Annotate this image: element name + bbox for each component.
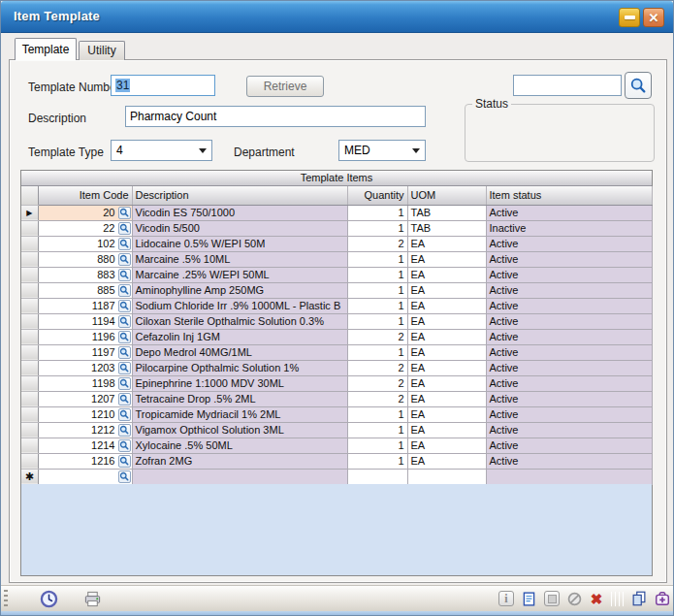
col-header-description[interactable]: Description [132,186,347,205]
lookup-icon[interactable] [118,393,131,405]
quantity-cell[interactable]: 1 [347,282,407,298]
item-code-cell[interactable]: 883 [38,267,132,282]
description-cell[interactable]: Marcaine .5% 10ML [132,251,347,267]
row-selector[interactable] [21,282,38,298]
description-cell[interactable]: Tetracaine Drop .5% 2ML [132,391,347,406]
row-selector[interactable] [21,375,38,391]
item-code-cell[interactable]: 22 [38,220,132,236]
description-cell[interactable]: Vicodin ES 750/1000 [132,205,347,220]
item-code-cell[interactable]: 1196 [38,329,132,344]
description-cell[interactable]: Pilocarpine Opthalmic Solution 1% [132,360,347,375]
quantity-cell[interactable]: 1 [347,205,407,220]
info-icon[interactable]: i [497,589,516,608]
search-button[interactable] [625,72,652,99]
item-status-cell[interactable]: Active [486,313,652,329]
clock-icon[interactable] [39,589,58,608]
item-code-cell[interactable]: 20 [38,205,132,220]
quantity-cell[interactable]: 2 [347,375,407,391]
item-status-cell[interactable] [486,469,652,484]
description-cell[interactable]: Marcaine .25% W/EPI 50ML [132,267,347,282]
tab-utility[interactable]: Utility [79,41,125,60]
lookup-icon[interactable] [118,455,131,468]
col-header-item-code[interactable]: Item Code [38,186,132,205]
item-status-cell[interactable]: Inactive [486,220,652,236]
description-input[interactable] [125,106,426,127]
close-button[interactable]: ✕ [643,8,664,27]
tab-template[interactable]: Template [15,38,77,60]
description-cell[interactable]: Lidocaine 0.5% W/EPI 50M [132,236,347,251]
item-code-cell[interactable]: 1216 [38,453,132,469]
uom-cell[interactable]: EA [407,375,486,391]
item-code-cell[interactable]: 885 [38,282,132,298]
cancel-icon[interactable] [564,589,584,608]
uom-cell[interactable]: EA [407,329,486,344]
department-select[interactable]: MED [338,140,426,161]
description-cell[interactable]: Vicodin 5/500 [132,220,347,236]
item-code-cell[interactable]: 1187 [38,298,132,313]
col-header-item-status[interactable]: Item status [486,186,652,205]
minimize-button[interactable] [619,8,640,27]
quantity-cell[interactable] [347,469,407,484]
titlebar[interactable]: Item Template ✕ [1,1,673,33]
col-header-quantity[interactable]: Quantity [347,186,407,205]
uom-cell[interactable]: EA [407,422,486,438]
row-selector[interactable] [21,251,38,267]
col-header-uom[interactable]: UOM [407,186,486,205]
uom-cell[interactable]: EA [407,267,486,282]
quantity-cell[interactable]: 1 [347,220,407,236]
item-status-cell[interactable]: Active [486,438,652,453]
lookup-icon[interactable] [118,238,131,250]
lookup-icon[interactable] [118,346,131,359]
quantity-cell[interactable]: 1 [347,453,407,469]
uom-cell[interactable]: EA [407,406,486,422]
uom-cell[interactable]: EA [407,282,486,298]
description-cell[interactable]: Depo Medrol 40MG/1ML [132,344,347,360]
lookup-icon[interactable] [118,284,131,297]
description-cell[interactable]: Epinephrine 1:1000 MDV 30ML [132,375,347,391]
uom-cell[interactable]: TAB [407,220,486,236]
save-icon[interactable] [542,589,562,608]
lookup-icon[interactable] [118,253,131,266]
quantity-cell[interactable]: 1 [347,438,407,453]
quantity-cell[interactable]: 2 [347,236,407,251]
description-cell[interactable]: Cefazolin Inj 1GM [132,329,347,344]
description-cell[interactable]: Xylocaine .5% 50ML [132,438,347,453]
medical-kit-icon[interactable] [653,589,672,608]
row-selector[interactable]: ✱ [21,469,38,484]
item-code-cell[interactable]: 1203 [38,360,132,375]
retrieve-button[interactable]: Retrieve [246,76,324,97]
uom-cell[interactable]: EA [407,298,486,313]
quantity-cell[interactable]: 1 [347,422,407,438]
quantity-cell[interactable]: 2 [347,329,407,344]
print-icon[interactable] [82,589,102,608]
template-number-input[interactable]: 31 [111,75,215,96]
row-selector[interactable] [21,360,38,375]
description-cell[interactable]: Vigamox Opthicol Solution 3ML [132,422,347,438]
lookup-icon[interactable] [118,300,131,312]
item-status-cell[interactable]: Active [486,282,652,298]
uom-cell[interactable]: EA [407,251,486,267]
row-selector[interactable] [21,406,38,422]
quantity-cell[interactable]: 1 [347,344,407,360]
item-code-cell[interactable]: 1214 [38,438,132,453]
item-code-cell[interactable]: 1212 [38,422,132,438]
item-code-cell[interactable]: 1198 [38,375,132,391]
row-selector[interactable] [21,236,38,251]
lookup-icon[interactable] [118,362,131,374]
item-code-cell[interactable]: 1210 [38,406,132,422]
search-input[interactable] [513,75,622,96]
item-status-cell[interactable]: Active [486,298,652,313]
item-code-cell[interactable]: 102 [38,236,132,251]
quantity-cell[interactable]: 1 [347,406,407,422]
uom-cell[interactable]: EA [407,344,486,360]
quantity-cell[interactable]: 1 [347,267,407,282]
copy-icon[interactable] [629,589,649,608]
item-status-cell[interactable]: Active [486,453,652,469]
item-status-cell[interactable]: Active [486,267,652,282]
item-status-cell[interactable]: Active [486,251,652,267]
item-status-cell[interactable]: Active [486,422,652,438]
row-selector[interactable] [21,313,38,329]
item-status-cell[interactable]: Active [486,391,652,406]
quantity-cell[interactable]: 2 [347,391,407,406]
item-code-cell[interactable] [38,469,132,484]
